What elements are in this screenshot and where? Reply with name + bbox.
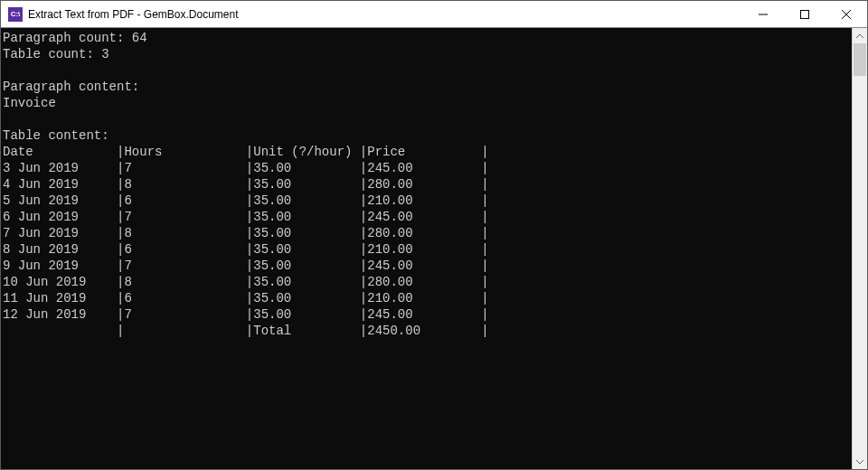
vertical-scrollbar[interactable] bbox=[852, 28, 867, 469]
svg-rect-1 bbox=[801, 10, 809, 18]
close-button[interactable] bbox=[826, 1, 867, 27]
window-controls bbox=[742, 1, 867, 27]
close-icon bbox=[842, 10, 851, 19]
maximize-button[interactable] bbox=[784, 1, 826, 27]
scroll-up-arrow-icon[interactable] bbox=[853, 28, 867, 43]
minimize-icon bbox=[759, 10, 768, 19]
scroll-down-arrow-icon[interactable] bbox=[853, 454, 867, 469]
app-icon: C:\ bbox=[8, 7, 23, 22]
app-window: C:\ Extract Text from PDF - GemBox.Docum… bbox=[0, 0, 868, 470]
window-title: Extract Text from PDF - GemBox.Document bbox=[28, 8, 239, 21]
console-output: Paragraph count: 64 Table count: 3 Parag… bbox=[1, 28, 852, 469]
scroll-thumb[interactable] bbox=[854, 43, 866, 76]
maximize-icon bbox=[800, 10, 809, 19]
titlebar[interactable]: C:\ Extract Text from PDF - GemBox.Docum… bbox=[1, 1, 867, 28]
minimize-button[interactable] bbox=[742, 1, 784, 27]
client-area: Paragraph count: 64 Table count: 3 Parag… bbox=[1, 28, 867, 469]
